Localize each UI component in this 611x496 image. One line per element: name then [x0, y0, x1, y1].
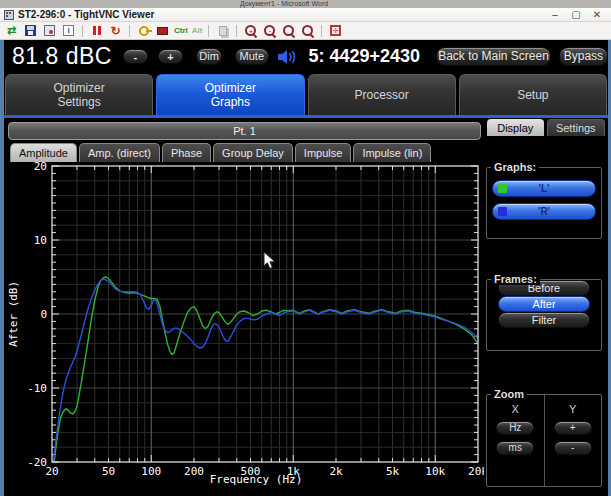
alt-key-button[interactable]: Alt: [192, 26, 203, 35]
mute-button[interactable]: Mute: [235, 48, 268, 65]
minimize-button[interactable]: –: [549, 9, 561, 21]
svg-text:20: 20: [34, 162, 47, 173]
zoom-x-ms-button[interactable]: ms: [496, 441, 534, 455]
svg-text:10: 10: [34, 234, 47, 247]
volume-down-button[interactable]: -: [123, 49, 148, 64]
tab-processor[interactable]: Processor: [308, 74, 456, 115]
window-controls: – ▢ ✕: [549, 9, 607, 21]
tab-amp-direct[interactable]: Amp. (direct): [79, 143, 160, 162]
zoom-out-icon[interactable]: -: [262, 24, 277, 37]
pause-icon[interactable]: [89, 24, 104, 37]
tab-impulse[interactable]: Impulse: [295, 143, 352, 162]
zoom-y-header: Y: [569, 403, 576, 415]
zoom-x-hz-button[interactable]: Hz: [496, 421, 534, 435]
svg-text:-10: -10: [27, 382, 47, 395]
main-tab-bar: Optimizer Settings Optimizer Graphs Proc…: [4, 73, 608, 115]
magnifier-fit-glyph: [302, 25, 313, 36]
clipboard-glyph: [219, 26, 227, 36]
clipboard-icon[interactable]: [215, 24, 230, 37]
r-channel-label: 'R': [538, 206, 550, 217]
frequency-response-chart: 20100-10-2020501002005001k2k5k10k20kFreq…: [4, 162, 484, 494]
preset-display[interactable]: 5: 4429+2430: [309, 46, 421, 67]
key-glyph: [139, 26, 149, 36]
remote-screen: 81.8 dBC - + Dim Mute 5: 4429+2430 Back …: [0, 40, 611, 496]
magnifier-plus-glyph: +: [245, 25, 256, 36]
svg-text:5k: 5k: [386, 465, 400, 478]
zoom-in-icon[interactable]: +: [243, 24, 258, 37]
svg-text:50: 50: [102, 465, 115, 478]
monitor-glyph: [157, 27, 168, 35]
frame-after-button[interactable]: After: [498, 296, 590, 312]
svg-text:-20: -20: [27, 456, 47, 469]
svg-text:20k: 20k: [468, 465, 484, 478]
dim-button[interactable]: Dim: [196, 48, 222, 65]
connect-glyph: ⇄: [7, 25, 16, 36]
channel-l-button[interactable]: 'L': [492, 180, 596, 197]
bypass-button[interactable]: Bypass: [559, 47, 608, 66]
save-session-icon[interactable]: [23, 24, 38, 37]
speaker-icon: [277, 49, 299, 65]
tab-amplitude[interactable]: Amplitude: [10, 143, 77, 162]
zoom-fit-icon[interactable]: [300, 24, 315, 37]
channel-r-button[interactable]: 'R': [492, 203, 596, 220]
l-channel-swatch: [498, 184, 507, 193]
frame-filter-button[interactable]: Filter: [498, 312, 590, 328]
background-window-titlebar[interactable]: Документ1 - Microsoft Word: [0, 0, 611, 8]
magnifier-minus-glyph: -: [264, 25, 275, 36]
vnc-window-title: ST2-296:0 - TightVNC Viewer: [18, 9, 154, 20]
zoom-x-header: X: [512, 403, 519, 415]
display-settings-tabs: Display Settings: [487, 119, 605, 136]
tab-optimizer-graphs[interactable]: Optimizer Graphs: [156, 74, 304, 115]
close-button[interactable]: ✕: [591, 9, 603, 21]
back-to-main-button[interactable]: Back to Main Screen: [436, 47, 551, 66]
tab-label: Setup: [517, 88, 548, 102]
tab-setup[interactable]: Setup: [459, 74, 607, 115]
graphs-section-title: Graphs:: [491, 161, 539, 173]
new-connection-icon[interactable]: ⇄: [4, 24, 19, 37]
zoom-y-minus-button[interactable]: -: [554, 441, 592, 455]
tab-group-delay[interactable]: Group Delay: [213, 143, 293, 162]
magnifier-100-glyph: [283, 25, 294, 36]
frames-section: Frames: Before After Filter: [486, 279, 602, 351]
zoom-section: Zoom X Hz ms Y + -: [486, 394, 602, 487]
point-selector[interactable]: Pt. 1: [8, 122, 481, 140]
tab-optimizer-settings[interactable]: Optimizer Settings: [5, 74, 153, 115]
zoom-section-title: Zoom: [491, 388, 527, 400]
vnc-titlebar[interactable]: ST2-296:0 - TightVNC Viewer – ▢ ✕: [0, 8, 611, 22]
r-channel-swatch: [498, 207, 507, 216]
tab-label: Optimizer: [53, 81, 104, 95]
zoom-100-icon[interactable]: [281, 24, 296, 37]
tab-settings[interactable]: Settings: [547, 119, 606, 136]
zoom-y-plus-button[interactable]: +: [554, 421, 592, 435]
ctrl-alt-del-icon[interactable]: [155, 24, 170, 37]
graph-panel: Pt. 1 Amplitude Amp. (direct) Phase Grou…: [4, 118, 484, 494]
graph-type-tabs: Amplitude Amp. (direct) Phase Group Dela…: [10, 143, 484, 162]
toolbar-separator: [321, 25, 322, 37]
fullscreen-icon[interactable]: ✛: [328, 24, 343, 37]
vnc-toolbar: ⇄ i ↻ Ctrl Alt + - ✛: [0, 22, 611, 40]
tab-display[interactable]: Display: [487, 119, 544, 136]
svg-text:200: 200: [184, 465, 204, 478]
refresh-glyph: ↻: [110, 25, 120, 37]
toolbar-separator: [208, 25, 209, 37]
ctrl-key-button[interactable]: Ctrl: [174, 26, 188, 35]
connection-info-icon[interactable]: i: [61, 24, 76, 37]
hotkeys-icon[interactable]: [136, 24, 151, 37]
screenshot-root: Документ1 - Microsoft Word ST2-296:0 - T…: [0, 0, 611, 496]
volume-up-button[interactable]: +: [158, 49, 183, 64]
tab-label: Optimizer: [205, 81, 256, 95]
tab-phase[interactable]: Phase: [162, 143, 211, 162]
tab-label: Graphs: [211, 95, 250, 109]
connection-options-icon[interactable]: [42, 24, 57, 37]
svg-text:After (dB): After (dB): [7, 281, 20, 347]
svg-text:20: 20: [45, 465, 58, 478]
tab-impulse-lin[interactable]: Impulse (lin): [353, 143, 431, 162]
graphs-section: Graphs: 'L' 'R': [486, 167, 602, 239]
top-control-bar: 81.8 dBC - + Dim Mute 5: 4429+2430 Back …: [4, 40, 608, 73]
frames-section-title: Frames:: [491, 273, 540, 285]
options-glyph: [44, 25, 55, 36]
maximize-button[interactable]: ▢: [570, 9, 582, 21]
spl-level-display: 81.8 dBC: [12, 43, 112, 70]
floppy-glyph: [25, 25, 36, 36]
refresh-icon[interactable]: ↻: [108, 24, 123, 37]
